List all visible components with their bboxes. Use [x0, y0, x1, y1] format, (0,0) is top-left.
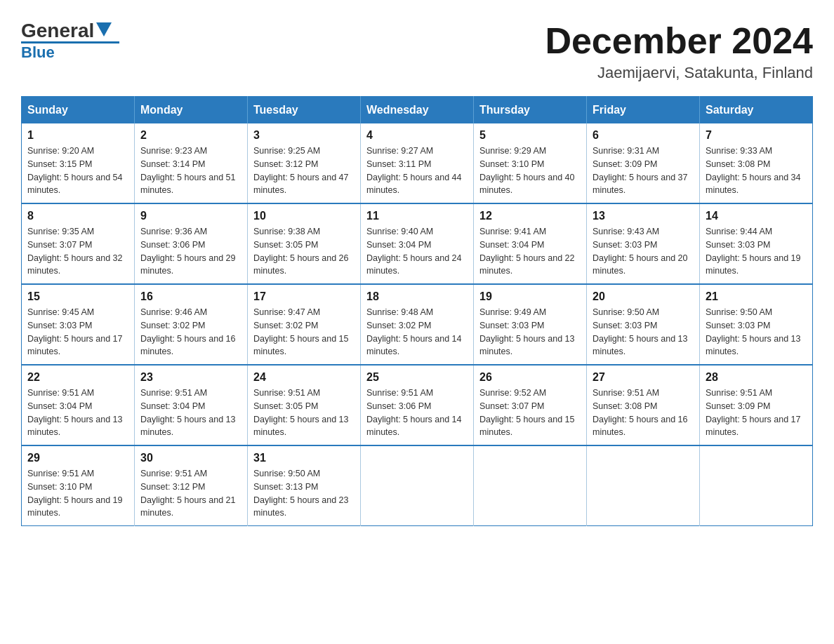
day-info: Sunrise: 9:50 AMSunset: 3:13 PMDaylight:… [253, 467, 355, 520]
calendar-day-cell [587, 445, 700, 526]
calendar-day-cell: 27Sunrise: 9:51 AMSunset: 3:08 PMDayligh… [587, 365, 700, 445]
day-info: Sunrise: 9:51 AMSunset: 3:08 PMDaylight:… [593, 387, 694, 439]
day-of-week-header: Wednesday [361, 97, 474, 124]
calendar-day-cell: 12Sunrise: 9:41 AMSunset: 3:04 PMDayligh… [474, 203, 587, 284]
day-of-week-header: Friday [587, 97, 700, 124]
calendar-day-cell: 24Sunrise: 9:51 AMSunset: 3:05 PMDayligh… [248, 365, 361, 445]
day-of-week-header: Saturday [700, 97, 813, 124]
calendar-week-row: 15Sunrise: 9:45 AMSunset: 3:03 PMDayligh… [22, 284, 813, 365]
calendar-day-cell: 17Sunrise: 9:47 AMSunset: 3:02 PMDayligh… [248, 284, 361, 365]
calendar-day-cell [700, 445, 813, 526]
calendar-day-cell: 15Sunrise: 9:45 AMSunset: 3:03 PMDayligh… [22, 284, 135, 365]
day-info: Sunrise: 9:51 AMSunset: 3:04 PMDaylight:… [140, 387, 241, 439]
day-info: Sunrise: 9:27 AMSunset: 3:11 PMDaylight:… [366, 145, 468, 197]
logo-arrow-icon [96, 22, 112, 36]
day-info: Sunrise: 9:50 AMSunset: 3:03 PMDaylight:… [706, 306, 807, 358]
calendar-day-cell [474, 445, 587, 526]
day-info: Sunrise: 9:51 AMSunset: 3:05 PMDaylight:… [253, 387, 355, 439]
calendar-day-cell: 22Sunrise: 9:51 AMSunset: 3:04 PMDayligh… [22, 365, 135, 445]
day-number: 9 [140, 210, 241, 222]
calendar-day-cell: 21Sunrise: 9:50 AMSunset: 3:03 PMDayligh… [700, 284, 813, 365]
day-number: 28 [706, 371, 807, 384]
day-info: Sunrise: 9:35 AMSunset: 3:07 PMDaylight:… [27, 225, 128, 278]
calendar-day-cell: 13Sunrise: 9:43 AMSunset: 3:03 PMDayligh… [587, 203, 700, 284]
calendar-day-cell: 28Sunrise: 9:51 AMSunset: 3:09 PMDayligh… [700, 365, 813, 445]
day-number: 31 [253, 452, 355, 464]
calendar-day-cell: 19Sunrise: 9:49 AMSunset: 3:03 PMDayligh… [474, 284, 587, 365]
day-of-week-header: Thursday [474, 97, 587, 124]
day-of-week-header: Sunday [22, 97, 135, 124]
calendar-table: SundayMondayTuesdayWednesdayThursdayFrid… [21, 96, 813, 526]
calendar-header-row: SundayMondayTuesdayWednesdayThursdayFrid… [22, 97, 813, 124]
logo-general-text: General [21, 21, 94, 41]
day-info: Sunrise: 9:51 AMSunset: 3:12 PMDaylight:… [140, 467, 241, 520]
calendar-day-cell: 1Sunrise: 9:20 AMSunset: 3:15 PMDaylight… [22, 123, 135, 203]
calendar-day-cell: 29Sunrise: 9:51 AMSunset: 3:10 PMDayligh… [22, 445, 135, 526]
day-info: Sunrise: 9:47 AMSunset: 3:02 PMDaylight:… [253, 306, 355, 358]
calendar-day-cell: 11Sunrise: 9:40 AMSunset: 3:04 PMDayligh… [361, 203, 474, 284]
svg-marker-0 [96, 22, 112, 36]
day-info: Sunrise: 9:41 AMSunset: 3:04 PMDaylight:… [479, 225, 581, 278]
day-info: Sunrise: 9:33 AMSunset: 3:08 PMDaylight:… [706, 145, 807, 197]
day-number: 19 [479, 290, 581, 303]
calendar-day-cell: 10Sunrise: 9:38 AMSunset: 3:05 PMDayligh… [248, 203, 361, 284]
logo-blue-text: Blue [21, 43, 55, 62]
day-number: 14 [706, 210, 807, 222]
day-number: 20 [593, 290, 694, 303]
calendar-day-cell: 14Sunrise: 9:44 AMSunset: 3:03 PMDayligh… [700, 203, 813, 284]
calendar-day-cell: 2Sunrise: 9:23 AMSunset: 3:14 PMDaylight… [135, 123, 248, 203]
day-number: 29 [27, 452, 128, 464]
calendar-day-cell: 8Sunrise: 9:35 AMSunset: 3:07 PMDaylight… [22, 203, 135, 284]
calendar-day-cell: 5Sunrise: 9:29 AMSunset: 3:10 PMDaylight… [474, 123, 587, 203]
logo: General Blue [21, 21, 119, 62]
calendar-day-cell: 16Sunrise: 9:46 AMSunset: 3:02 PMDayligh… [135, 284, 248, 365]
calendar-day-cell: 4Sunrise: 9:27 AMSunset: 3:11 PMDaylight… [361, 123, 474, 203]
day-number: 2 [140, 129, 241, 142]
calendar-day-cell: 6Sunrise: 9:31 AMSunset: 3:09 PMDaylight… [587, 123, 700, 203]
day-number: 15 [27, 290, 128, 303]
day-of-week-header: Tuesday [248, 97, 361, 124]
day-info: Sunrise: 9:51 AMSunset: 3:04 PMDaylight:… [27, 387, 128, 439]
day-info: Sunrise: 9:51 AMSunset: 3:06 PMDaylight:… [366, 387, 468, 439]
calendar-week-row: 1Sunrise: 9:20 AMSunset: 3:15 PMDaylight… [22, 123, 813, 203]
day-number: 5 [479, 129, 581, 142]
calendar-week-row: 29Sunrise: 9:51 AMSunset: 3:10 PMDayligh… [22, 445, 813, 526]
day-number: 8 [27, 210, 128, 222]
location-subtitle: Jaemijaervi, Satakunta, Finland [545, 64, 813, 82]
calendar-day-cell: 26Sunrise: 9:52 AMSunset: 3:07 PMDayligh… [474, 365, 587, 445]
day-number: 24 [253, 371, 355, 384]
day-number: 22 [27, 371, 128, 384]
page-header: General Blue December 2024 Jaemijaervi, … [21, 21, 813, 82]
day-number: 18 [366, 290, 468, 303]
day-number: 11 [366, 210, 468, 222]
day-number: 13 [593, 210, 694, 222]
day-info: Sunrise: 9:51 AMSunset: 3:09 PMDaylight:… [706, 387, 807, 439]
calendar-day-cell: 30Sunrise: 9:51 AMSunset: 3:12 PMDayligh… [135, 445, 248, 526]
day-info: Sunrise: 9:46 AMSunset: 3:02 PMDaylight:… [140, 306, 241, 358]
day-number: 7 [706, 129, 807, 142]
day-number: 25 [366, 371, 468, 384]
day-info: Sunrise: 9:48 AMSunset: 3:02 PMDaylight:… [366, 306, 468, 358]
day-number: 26 [479, 371, 581, 384]
day-info: Sunrise: 9:38 AMSunset: 3:05 PMDaylight:… [253, 225, 355, 278]
calendar-day-cell: 20Sunrise: 9:50 AMSunset: 3:03 PMDayligh… [587, 284, 700, 365]
day-number: 17 [253, 290, 355, 303]
day-info: Sunrise: 9:31 AMSunset: 3:09 PMDaylight:… [593, 145, 694, 197]
calendar-week-row: 22Sunrise: 9:51 AMSunset: 3:04 PMDayligh… [22, 365, 813, 445]
title-block: December 2024 Jaemijaervi, Satakunta, Fi… [545, 21, 813, 82]
day-info: Sunrise: 9:36 AMSunset: 3:06 PMDaylight:… [140, 225, 241, 278]
day-number: 30 [140, 452, 241, 464]
calendar-day-cell: 9Sunrise: 9:36 AMSunset: 3:06 PMDaylight… [135, 203, 248, 284]
calendar-week-row: 8Sunrise: 9:35 AMSunset: 3:07 PMDaylight… [22, 203, 813, 284]
day-number: 12 [479, 210, 581, 222]
day-info: Sunrise: 9:52 AMSunset: 3:07 PMDaylight:… [479, 387, 581, 439]
calendar-day-cell: 7Sunrise: 9:33 AMSunset: 3:08 PMDaylight… [700, 123, 813, 203]
calendar-day-cell: 31Sunrise: 9:50 AMSunset: 3:13 PMDayligh… [248, 445, 361, 526]
month-title: December 2024 [545, 21, 813, 61]
calendar-day-cell [361, 445, 474, 526]
calendar-day-cell: 3Sunrise: 9:25 AMSunset: 3:12 PMDaylight… [248, 123, 361, 203]
day-number: 1 [27, 129, 128, 142]
day-number: 4 [366, 129, 468, 142]
day-info: Sunrise: 9:50 AMSunset: 3:03 PMDaylight:… [593, 306, 694, 358]
calendar-day-cell: 23Sunrise: 9:51 AMSunset: 3:04 PMDayligh… [135, 365, 248, 445]
